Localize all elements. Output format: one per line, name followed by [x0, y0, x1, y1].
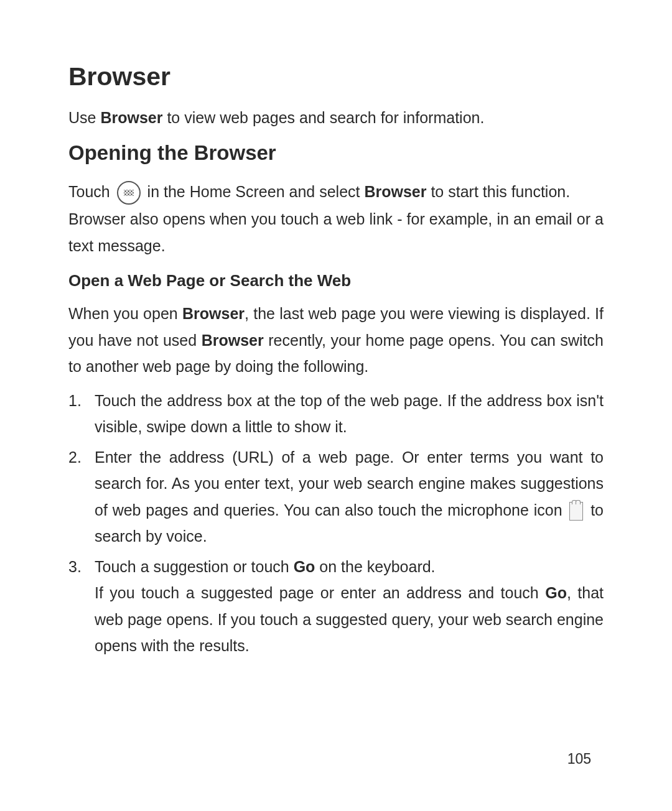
list-item: Enter the address (URL) of a web page. O… [68, 444, 604, 550]
ow-p1-bold1: Browser [182, 305, 245, 322]
opening-para-2: Browser also opens when you touch a web … [68, 206, 604, 259]
section-heading-open-web: Open a Web Page or Search the Web [68, 271, 604, 290]
intro-text: Use Browser to view web pages and search… [68, 106, 604, 130]
intro-bold: Browser [100, 109, 162, 126]
opening-p1-c: to start this function. [426, 183, 570, 200]
opening-p1-a: Touch [68, 183, 114, 200]
intro-suffix: to view web pages and search for informa… [162, 109, 484, 126]
opening-para-1: Touch in the Home Screen and select Brow… [68, 178, 604, 205]
li3-b: on the keyboard. [315, 558, 435, 575]
opening-p1-b: in the Home Screen and select [143, 183, 365, 200]
li3-c: If you touch a suggested page or enter a… [95, 584, 545, 601]
apps-grid-icon [117, 181, 141, 205]
li2-a: Enter the address (URL) of a web page. O… [95, 448, 604, 519]
open-web-para-1: When you open Browser, the last web page… [68, 300, 604, 380]
page-number: 105 [567, 751, 591, 767]
li3-a: Touch a suggestion or touch [95, 558, 294, 575]
li3-bold1: Go [294, 558, 315, 575]
list-item: Touch the address box at the top of the … [68, 387, 604, 440]
intro-prefix: Use [68, 109, 100, 126]
section-heading-opening: Opening the Browser [68, 141, 604, 165]
list-item: Touch a suggestion or touch Go on the ke… [68, 554, 604, 659]
microphone-icon [569, 502, 583, 521]
instruction-list: Touch the address box at the top of the … [68, 387, 604, 659]
opening-p1-bold: Browser [364, 183, 426, 200]
ow-p1-a: When you open [68, 305, 182, 322]
page-title: Browser [68, 62, 604, 91]
ow-p1-bold2: Browser [202, 331, 264, 349]
li3-bold2: Go [545, 584, 567, 601]
